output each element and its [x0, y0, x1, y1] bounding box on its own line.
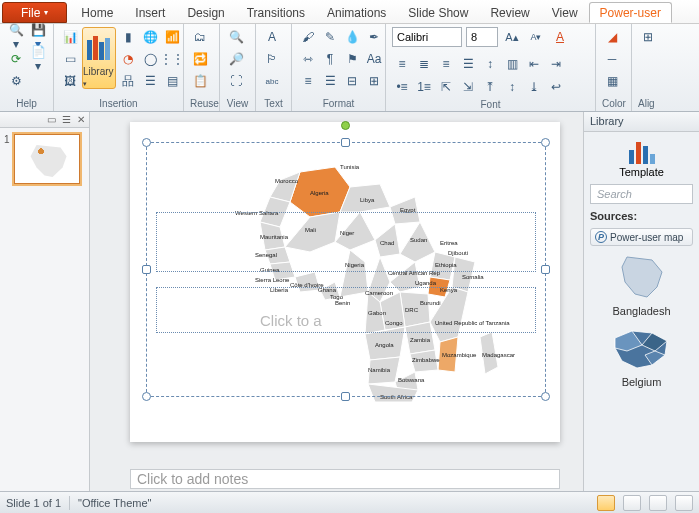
outline-tab-icon[interactable]: ▭: [47, 114, 56, 125]
grow-font-icon[interactable]: A▴: [502, 27, 522, 47]
case-icon[interactable]: Aa: [364, 49, 384, 69]
subtitle-placeholder-frame[interactable]: [156, 287, 536, 333]
wrap-icon[interactable]: ↩: [546, 77, 566, 97]
handle-rotate[interactable]: [341, 121, 350, 130]
sorter-view-button[interactable]: [623, 495, 641, 511]
close-panel-icon[interactable]: ✕: [77, 114, 85, 125]
eyedrop-icon[interactable]: 💧: [342, 27, 362, 47]
library-button[interactable]: Library: [82, 27, 116, 89]
align-left-icon[interactable]: ≡: [392, 54, 412, 74]
reuse-1[interactable]: 🗂: [190, 27, 210, 47]
shrink-font-icon[interactable]: A▾: [526, 27, 546, 47]
symbol-icon[interactable]: ¶: [320, 49, 340, 69]
save-button[interactable]: 💾▾: [28, 27, 48, 47]
handle-b[interactable]: [341, 392, 350, 401]
stair-icon[interactable]: 📶: [162, 27, 182, 47]
handle-r[interactable]: [541, 265, 550, 274]
chart-button[interactable]: 📊: [60, 27, 80, 47]
handle-l[interactable]: [142, 265, 151, 274]
theme-color-icon[interactable]: ▦: [602, 71, 622, 91]
donut-icon[interactable]: ◯: [140, 49, 160, 69]
thumb-tab-icon[interactable]: ☰: [62, 114, 71, 125]
align-obj-icon[interactable]: ⊞: [638, 27, 658, 47]
library-templates-tab[interactable]: Template: [590, 138, 693, 178]
image-button[interactable]: 🖼: [60, 71, 80, 91]
valign-top-icon[interactable]: ⤒: [480, 77, 500, 97]
bullets-icon[interactable]: •≡: [392, 77, 412, 97]
handle-tr[interactable]: [541, 138, 550, 147]
slide-thumbnail[interactable]: [14, 134, 80, 184]
tab-design[interactable]: Design: [176, 2, 235, 23]
library-item-bangladesh[interactable]: Bangladesh: [590, 252, 693, 317]
justify-icon[interactable]: ☰: [458, 54, 478, 74]
line-color-icon[interactable]: ─: [602, 49, 622, 69]
source-poweruser[interactable]: P Power-user map: [590, 228, 693, 246]
page-button[interactable]: 📄▾: [28, 49, 48, 69]
flag-icon[interactable]: ⚑: [342, 49, 362, 69]
bullet-icon[interactable]: ≡: [298, 71, 318, 91]
tab-transitions[interactable]: Transitions: [236, 2, 316, 23]
brush-icon[interactable]: ✎: [320, 27, 340, 47]
fit-icon[interactable]: ⛶: [226, 71, 246, 91]
slideshow-view-button[interactable]: [675, 495, 693, 511]
slide-button[interactable]: ▭: [60, 49, 80, 69]
valign-mid-icon[interactable]: ↕: [502, 77, 522, 97]
font-color-icon[interactable]: A: [550, 27, 570, 47]
tab-insert[interactable]: Insert: [124, 2, 176, 23]
paint-icon[interactable]: 🖌: [298, 27, 318, 47]
pie-icon[interactable]: ◔: [118, 49, 138, 69]
bar-chart-icon[interactable]: ▮: [118, 27, 138, 47]
tab-slideshow[interactable]: Slide Show: [397, 2, 479, 23]
normal-view-button[interactable]: [597, 495, 615, 511]
valign-bot-icon[interactable]: ⤓: [524, 77, 544, 97]
handle-bl[interactable]: [142, 392, 151, 401]
globe-icon[interactable]: 🌐: [140, 27, 160, 47]
notes-pane[interactable]: Click to add notes: [130, 469, 560, 489]
line-spacing-icon[interactable]: ↕: [480, 54, 500, 74]
tab-power-user[interactable]: Power-user: [589, 2, 672, 23]
refresh-button[interactable]: ⟳: [6, 49, 26, 69]
spacing-icon[interactable]: ⇿: [298, 49, 318, 69]
align-center-icon[interactable]: ≣: [414, 54, 434, 74]
stack-icon[interactable]: ▤: [162, 71, 182, 91]
library-item-belgium[interactable]: Belgium: [590, 323, 693, 388]
tab-animations[interactable]: Animations: [316, 2, 397, 23]
inc-indent-icon[interactable]: ⇲: [458, 77, 478, 97]
handle-t[interactable]: [341, 138, 350, 147]
handle-br[interactable]: [541, 392, 550, 401]
columns-icon[interactable]: ▥: [502, 54, 522, 74]
nodes-icon[interactable]: ⋮⋮: [162, 49, 182, 69]
numlist-icon[interactable]: ☰: [320, 71, 340, 91]
zoom-in-icon[interactable]: 🔍: [226, 27, 246, 47]
tab-file[interactable]: File: [2, 2, 67, 23]
reuse-3[interactable]: 📋: [190, 71, 210, 91]
reading-view-button[interactable]: [649, 495, 667, 511]
list-icon[interactable]: ☰: [140, 71, 160, 91]
org-icon[interactable]: 品: [118, 71, 138, 91]
pipette-icon[interactable]: ✒: [364, 27, 384, 47]
lang-icon[interactable]: 🏳: [262, 49, 282, 69]
library-search-input[interactable]: Search: [590, 184, 693, 204]
fill-color-icon[interactable]: ◢: [602, 27, 622, 47]
indent-r-icon[interactable]: ⇥: [546, 54, 566, 74]
tab-view[interactable]: View: [541, 2, 589, 23]
numbering-icon[interactable]: 1≡: [414, 77, 434, 97]
title-placeholder-frame[interactable]: [156, 212, 536, 272]
tab-review[interactable]: Review: [479, 2, 540, 23]
dec-indent-icon[interactable]: ⇱: [436, 77, 456, 97]
handle-tl[interactable]: [142, 138, 151, 147]
tab-home[interactable]: Home: [70, 2, 124, 23]
textbox-icon[interactable]: A: [262, 27, 282, 47]
font-name-select[interactable]: Calibri: [392, 27, 462, 47]
indent-icon[interactable]: ⊟: [342, 71, 362, 91]
font-size-select[interactable]: 8: [466, 27, 498, 47]
reuse-2[interactable]: 🔁: [190, 49, 210, 69]
align-right-icon[interactable]: ≡: [436, 54, 456, 74]
abc-icon[interactable]: abc: [262, 71, 282, 91]
indent-l-icon[interactable]: ⇤: [524, 54, 544, 74]
help-button[interactable]: 🔍▾: [6, 27, 26, 47]
canvas[interactable]: Click to a: [90, 112, 583, 491]
settings-button[interactable]: ⚙: [6, 71, 26, 91]
outdent-icon[interactable]: ⊞: [364, 71, 384, 91]
zoom-out-icon[interactable]: 🔎: [226, 49, 246, 69]
